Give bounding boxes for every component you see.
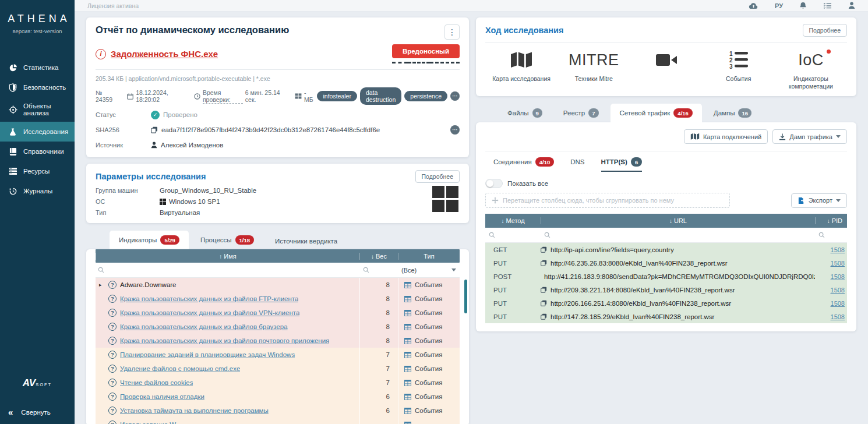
pid-link[interactable]: 1508 bbox=[831, 287, 845, 294]
progress-item-ioc[interactable]: IoC Индикаторы компрометации bbox=[775, 47, 847, 90]
column-header-name[interactable]: ↑Имя bbox=[96, 253, 359, 260]
subtab-dns[interactable]: DNS bbox=[570, 157, 584, 172]
connection-map-button[interactable]: Карта подключений bbox=[684, 129, 768, 144]
report-menu-button[interactable]: ⋮ bbox=[444, 24, 460, 40]
params-details-button[interactable]: Подробнее bbox=[415, 170, 460, 183]
question-icon[interactable]: ? bbox=[108, 365, 117, 373]
check-time-label[interactable]: Время проверки: bbox=[203, 89, 243, 104]
question-icon[interactable]: ? bbox=[108, 421, 117, 424]
table-row[interactable]: ?Установка таймаута на выполнение програ… bbox=[96, 404, 460, 418]
sidebar-item-references[interactable]: Справочники bbox=[0, 142, 75, 161]
table-row[interactable]: ?Проверка наличия отладки 6 События bbox=[96, 390, 460, 404]
events-link[interactable]: События bbox=[415, 337, 442, 344]
question-icon[interactable]: ? bbox=[108, 379, 117, 387]
sidebar-item-journals[interactable]: Журналы bbox=[0, 181, 75, 201]
collapse-button[interactable]: « Свернуть bbox=[0, 402, 75, 424]
show-all-toggle[interactable] bbox=[485, 179, 503, 188]
tag-pill[interactable]: data destruction bbox=[360, 87, 401, 105]
indicator-link[interactable]: Кража пользовательских данных из файлов … bbox=[120, 309, 299, 316]
column-header-weight[interactable]: ↓Вес bbox=[359, 253, 398, 260]
sidebar-item-investigations[interactable]: Исследования bbox=[0, 122, 75, 142]
events-link[interactable]: События bbox=[415, 281, 442, 288]
tab-verdict-sources[interactable]: Источники вердикта bbox=[266, 233, 347, 249]
progress-item-events[interactable]: 123 События bbox=[703, 47, 775, 90]
tag-pill[interactable]: infostealer bbox=[317, 91, 357, 101]
copy-icon[interactable] bbox=[541, 260, 547, 266]
group-by-dropzone[interactable]: Перетащите столбец сюда, чтобы сгруппиро… bbox=[485, 193, 730, 208]
progress-details-button[interactable]: Подробнее bbox=[803, 24, 847, 37]
indicator-link[interactable]: Кража пользовательских данных из файлов … bbox=[120, 295, 298, 302]
cloud-upload-icon[interactable] bbox=[749, 2, 758, 9]
indicator-link[interactable]: Кража пользовательских данных из файлов … bbox=[120, 323, 288, 330]
copy-icon[interactable] bbox=[541, 300, 547, 306]
table-row[interactable]: POST http://41.216.183.9:8080/sendData?p… bbox=[485, 270, 847, 283]
indicator-link[interactable]: Планирование заданий в планировщике зада… bbox=[120, 351, 295, 358]
pid-link[interactable]: 1508 bbox=[831, 246, 845, 253]
subtab-connections[interactable]: Соединения4/10 bbox=[493, 157, 554, 172]
tab-dumps[interactable]: Дампы16 bbox=[704, 104, 761, 122]
traffic-dump-button[interactable]: Дамп трафика bbox=[772, 129, 847, 144]
pid-link[interactable]: 1508 bbox=[831, 273, 845, 280]
pid-filter-input[interactable] bbox=[815, 232, 847, 238]
more-sha-button[interactable]: ⋯ bbox=[450, 125, 460, 135]
table-row[interactable]: PUT http://206.166.251.4:8080/eKbld_Ivan… bbox=[485, 296, 847, 310]
expand-arrow-icon[interactable]: ▸ bbox=[96, 282, 108, 288]
more-tags-button[interactable]: ⋯ bbox=[450, 91, 460, 101]
table-row[interactable]: ?Планирование заданий в планировщике зад… bbox=[96, 348, 460, 362]
user-icon[interactable] bbox=[848, 2, 855, 9]
task-list-icon[interactable] bbox=[823, 2, 832, 9]
progress-item-recording[interactable]: События bbox=[630, 47, 702, 90]
method-filter-input[interactable] bbox=[485, 232, 541, 238]
sidebar-item-resources[interactable]: Ресурсы bbox=[0, 161, 75, 181]
table-row[interactable]: PUT http://147.28.185.29/eKbld_Ivan%40FI… bbox=[485, 310, 847, 323]
progress-item-mitre[interactable]: MITRE Техники Mitre bbox=[558, 47, 630, 90]
events-link[interactable]: События bbox=[415, 407, 442, 414]
column-header-type[interactable]: Тип bbox=[398, 253, 460, 260]
events-link[interactable]: События bbox=[415, 365, 442, 372]
tab-registry[interactable]: Реестр7 bbox=[554, 104, 608, 122]
bell-icon[interactable] bbox=[799, 2, 807, 10]
tag-pill[interactable]: persistence bbox=[404, 91, 447, 101]
question-icon[interactable]: ? bbox=[108, 393, 117, 401]
table-row[interactable]: PUT http://209.38.221.184:8080/eKbld_Iva… bbox=[485, 283, 847, 296]
copy-icon[interactable] bbox=[151, 126, 158, 133]
indicator-link[interactable]: Использование W... bbox=[120, 421, 181, 424]
events-link[interactable]: События bbox=[415, 351, 442, 358]
tab-network-traffic[interactable]: Сетевой трафик4/16 bbox=[611, 104, 702, 122]
table-row[interactable]: PUT http://46.235.26.83:8080/eKbld_Ivan%… bbox=[485, 256, 847, 270]
column-header-pid[interactable]: ↓PID bbox=[815, 217, 847, 224]
sidebar-item-statistics[interactable]: Статистика bbox=[0, 58, 75, 77]
table-scrollbar[interactable] bbox=[464, 280, 467, 313]
table-row[interactable]: ?Кража пользовательских данных из файлов… bbox=[96, 292, 460, 306]
table-row[interactable]: ?Удаление файлов с помощью cmd.exe 7 Соб… bbox=[96, 362, 460, 376]
question-icon[interactable]: ? bbox=[108, 337, 117, 345]
indicator-link[interactable]: Кража пользовательских данных из файлов … bbox=[120, 337, 329, 344]
events-link[interactable]: События bbox=[415, 309, 442, 316]
question-icon[interactable]: ? bbox=[108, 351, 117, 359]
table-row[interactable]: ?Кража пользовательских данных из файлов… bbox=[96, 334, 460, 348]
indicator-link[interactable]: Проверка наличия отладки bbox=[120, 393, 204, 400]
events-link[interactable]: События bbox=[415, 295, 442, 302]
column-header-method[interactable]: ↓Метод bbox=[485, 217, 541, 224]
name-filter-input[interactable] bbox=[96, 267, 359, 273]
type-filter-dropdown[interactable]: (Все) bbox=[398, 267, 460, 274]
subtab-https[interactable]: HTTP(S)6 bbox=[601, 157, 643, 172]
table-row[interactable]: ▸ ?Adware.Downware 8 События bbox=[96, 278, 460, 292]
events-link[interactable]: События bbox=[415, 379, 442, 386]
pid-link[interactable]: 1508 bbox=[831, 260, 845, 267]
tab-indicators[interactable]: Индикаторы5/29 bbox=[110, 231, 189, 249]
question-icon[interactable]: ? bbox=[108, 281, 117, 289]
events-link[interactable]: События bbox=[415, 393, 442, 400]
copy-icon[interactable] bbox=[541, 287, 547, 293]
table-row[interactable]: ?Чтение файлов cookies 7 События bbox=[96, 376, 460, 390]
file-name-link[interactable]: Задолженность ФНС.exe bbox=[111, 49, 218, 59]
question-icon[interactable]: ? bbox=[108, 309, 117, 317]
pid-link[interactable]: 1508 bbox=[831, 313, 845, 320]
question-icon[interactable]: ? bbox=[108, 323, 117, 331]
table-row[interactable]: GET http://ip-api.com/line?fields=query,… bbox=[485, 243, 847, 256]
indicator-link[interactable]: Чтение файлов cookies bbox=[120, 379, 193, 386]
sidebar-item-security[interactable]: Безопасность bbox=[0, 77, 75, 97]
question-icon[interactable]: ? bbox=[108, 407, 117, 415]
copy-icon[interactable] bbox=[541, 246, 547, 253]
tab-files[interactable]: Файлы9 bbox=[498, 104, 552, 122]
